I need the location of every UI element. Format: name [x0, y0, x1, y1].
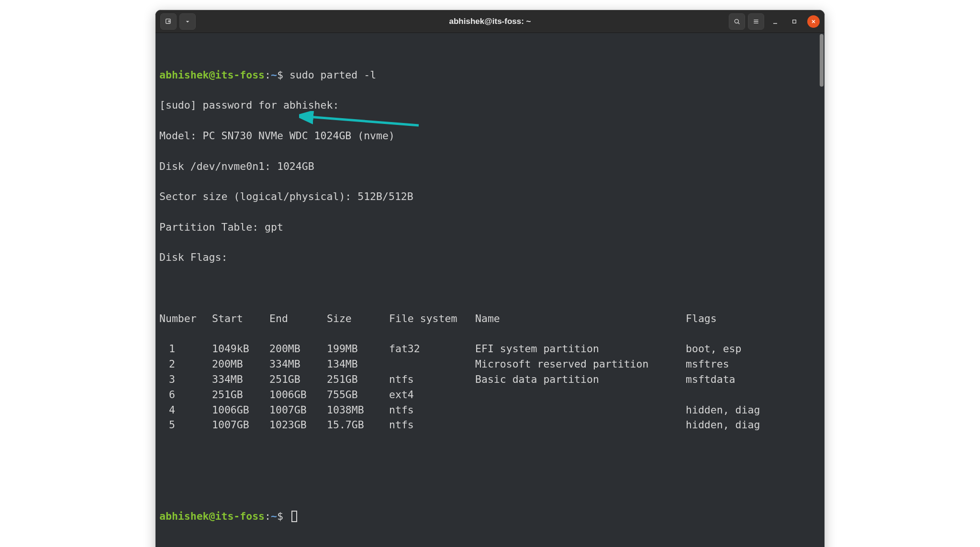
text-cursor [291, 511, 297, 522]
td-start: 251GB [212, 387, 269, 402]
td-fs: fat32 [389, 341, 475, 357]
output-disk: Disk /dev/nvme0n1: 1024GB [159, 159, 821, 174]
table-row: 41006GB1007GB1038MBntfshidden, diag [159, 402, 821, 418]
svg-point-3 [735, 19, 738, 23]
td-flags: msftdata [686, 372, 735, 387]
prompt-userhost: abhishek@its-foss [159, 69, 265, 81]
td-fs: ext4 [389, 387, 475, 402]
td-size: 755GB [327, 387, 389, 402]
prompt-dollar: $ [277, 69, 283, 81]
td-flags: msftres [686, 357, 729, 372]
new-tab-button[interactable] [160, 13, 177, 30]
table-row: 3334MB251GB251GBntfsBasic data partition… [159, 372, 821, 387]
td-name: Microsoft reserved partition [475, 357, 686, 372]
prompt-sep: : [265, 69, 271, 81]
th-start: Start [212, 311, 269, 326]
td-size: 134MB [327, 357, 389, 372]
td-size: 1038MB [327, 402, 389, 418]
td-size: 199MB [327, 341, 389, 357]
td-flags: hidden, diag [686, 417, 760, 433]
th-fs: File system [389, 311, 475, 326]
tab-menu-button[interactable] [179, 13, 196, 30]
titlebar: abhishek@its-foss: ~ [156, 10, 824, 33]
td-fs: ntfs [389, 417, 475, 433]
terminal-body[interactable]: abhishek@its-foss:~$ sudo parted -l [sud… [156, 33, 824, 547]
table-row: 6251GB1006GB755GBext4 [159, 387, 821, 402]
terminal-window: abhishek@its-foss: ~ abhishek@its-foss:~… [155, 10, 825, 547]
svg-line-12 [309, 117, 419, 125]
td-num: 6 [169, 387, 212, 402]
td-size: 15.7GB [327, 417, 389, 433]
td-num: 2 [169, 357, 212, 372]
table-row: 11049kB200MB199MBfat32EFI system partiti… [159, 341, 821, 357]
td-flags: boot, esp [686, 341, 742, 357]
td-start: 1007GB [212, 417, 269, 433]
output-ptable: Partition Table: gpt [159, 220, 821, 235]
td-end: 334MB [269, 357, 327, 372]
td-name: EFI system partition [475, 341, 686, 357]
menu-button[interactable] [748, 13, 764, 30]
th-size: Size [327, 311, 389, 326]
td-fs: ntfs [389, 372, 475, 387]
prompt-path: ~ [271, 69, 277, 81]
annotation-arrow [299, 111, 423, 130]
td-size: 251GB [327, 372, 389, 387]
td-num: 4 [169, 402, 212, 418]
search-button[interactable] [729, 13, 745, 30]
prompt-sep: : [265, 510, 271, 522]
td-end: 251GB [269, 372, 327, 387]
output-flags: Disk Flags: [159, 250, 821, 265]
window-title: abhishek@its-foss: ~ [449, 17, 531, 26]
td-name: Basic data partition [475, 372, 686, 387]
output-model: Model: PC SN730 NVMe WDC 1024GB (nvme) [159, 128, 821, 144]
th-name: Name [475, 311, 686, 326]
td-end: 1023GB [269, 417, 327, 433]
td-end: 1007GB [269, 402, 327, 418]
table-header-row: NumberStartEndSizeFile systemNameFlags [159, 311, 821, 326]
th-flags: Flags [686, 311, 717, 326]
minimize-button[interactable] [767, 13, 783, 30]
td-num: 5 [169, 417, 212, 433]
td-flags: hidden, diag [686, 402, 760, 418]
td-start: 1006GB [212, 402, 269, 418]
prompt-path: ~ [271, 510, 277, 522]
output-sector: Sector size (logical/physical): 512B/512… [159, 189, 821, 204]
close-button[interactable] [807, 15, 820, 28]
prompt-dollar: $ [277, 510, 283, 522]
command-text: sudo parted -l [290, 69, 376, 81]
td-start: 1049kB [212, 341, 269, 357]
table-row: 2200MB334MB134MBMicrosoft reserved parti… [159, 357, 821, 372]
svg-line-4 [738, 22, 739, 24]
td-end: 200MB [269, 341, 327, 357]
scrollbar-thumb[interactable] [820, 34, 824, 87]
th-end: End [269, 311, 327, 326]
th-number: Number [159, 311, 212, 326]
td-fs: ntfs [389, 402, 475, 418]
prompt-userhost: abhishek@its-foss [159, 510, 265, 522]
td-start: 334MB [212, 372, 269, 387]
td-num: 3 [169, 372, 212, 387]
td-num: 1 [169, 341, 212, 357]
td-end: 1006GB [269, 387, 327, 402]
td-start: 200MB [212, 357, 269, 372]
table-row: 51007GB1023GB15.7GBntfshidden, diag [159, 417, 821, 433]
svg-rect-9 [793, 20, 796, 23]
output-sudo: [sudo] password for abhishek: [159, 98, 821, 113]
maximize-button[interactable] [786, 13, 802, 30]
